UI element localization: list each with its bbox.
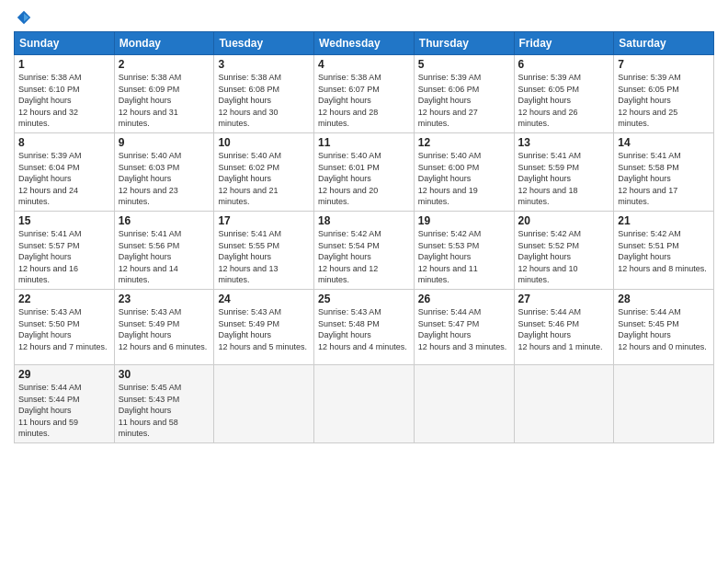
calendar-week-row: 29Sunrise: 5:44 AMSunset: 5:44 PMDayligh… [15,364,714,442]
calendar-cell: 17Sunrise: 5:41 AMSunset: 5:55 PMDayligh… [214,211,314,289]
cell-info: Sunrise: 5:43 AMSunset: 5:50 PMDaylight … [18,306,110,352]
calendar-cell: 26Sunrise: 5:44 AMSunset: 5:47 PMDayligh… [414,289,514,364]
day-number: 7 [618,58,710,71]
day-number: 17 [218,214,310,227]
day-number: 30 [119,368,210,381]
calendar-cell: 12Sunrise: 5:40 AMSunset: 6:00 PMDayligh… [414,132,514,211]
calendar-week-row: 22Sunrise: 5:43 AMSunset: 5:50 PMDayligh… [15,289,714,364]
calendar-cell: 10Sunrise: 5:40 AMSunset: 6:02 PMDayligh… [214,132,314,211]
logo [14,9,32,26]
day-number: 16 [119,214,210,227]
day-number: 12 [418,136,510,149]
cell-info: Sunrise: 5:40 AMSunset: 6:00 PMDaylight … [418,150,510,208]
cell-info: Sunrise: 5:41 AMSunset: 5:58 PMDaylight … [618,150,710,208]
header-wednesday: Wednesday [314,32,415,55]
day-number: 1 [18,58,110,71]
header-sunday: Sunday [15,32,115,55]
calendar-cell: 23Sunrise: 5:43 AMSunset: 5:49 PMDayligh… [114,289,214,364]
cell-info: Sunrise: 5:40 AMSunset: 6:03 PMDaylight … [119,150,210,208]
day-number: 9 [119,136,210,149]
cell-info: Sunrise: 5:41 AMSunset: 5:55 PMDaylight … [218,228,310,286]
header-tuesday: Tuesday [214,32,314,55]
calendar-cell [514,364,614,442]
calendar-cell: 4Sunrise: 5:38 AMSunset: 6:07 PMDaylight… [314,55,415,133]
calendar-week-row: 1Sunrise: 5:38 AMSunset: 6:10 PMDaylight… [15,55,714,133]
cell-info: Sunrise: 5:44 AMSunset: 5:45 PMDaylight … [618,306,710,352]
calendar-cell: 13Sunrise: 5:41 AMSunset: 5:59 PMDayligh… [514,132,614,211]
day-number: 10 [218,136,310,149]
calendar-cell: 6Sunrise: 5:39 AMSunset: 6:05 PMDaylight… [514,55,614,133]
day-number: 23 [119,293,210,305]
cell-info: Sunrise: 5:38 AMSunset: 6:07 PMDaylight … [318,72,410,130]
day-number: 25 [318,293,410,305]
cell-info: Sunrise: 5:42 AMSunset: 5:52 PMDaylight … [518,228,610,286]
calendar-cell: 15Sunrise: 5:41 AMSunset: 5:57 PMDayligh… [15,211,115,289]
day-number: 5 [418,58,510,71]
calendar-cell: 29Sunrise: 5:44 AMSunset: 5:44 PMDayligh… [15,364,115,442]
cell-info: Sunrise: 5:41 AMSunset: 5:56 PMDaylight … [119,228,210,286]
day-number: 21 [618,214,710,227]
header-thursday: Thursday [414,32,514,55]
cell-info: Sunrise: 5:43 AMSunset: 5:49 PMDaylight … [218,306,310,352]
calendar-week-row: 15Sunrise: 5:41 AMSunset: 5:57 PMDayligh… [15,211,714,289]
cell-info: Sunrise: 5:39 AMSunset: 6:04 PMDaylight … [18,150,110,208]
calendar-cell: 8Sunrise: 5:39 AMSunset: 6:04 PMDaylight… [15,132,115,211]
cell-info: Sunrise: 5:43 AMSunset: 5:49 PMDaylight … [119,306,210,352]
page-header [14,9,714,26]
cell-info: Sunrise: 5:42 AMSunset: 5:54 PMDaylight … [318,228,410,286]
day-number: 22 [18,293,110,305]
day-number: 2 [119,58,210,71]
calendar-cell: 9Sunrise: 5:40 AMSunset: 6:03 PMDaylight… [114,132,214,211]
cell-info: Sunrise: 5:40 AMSunset: 6:02 PMDaylight … [218,150,310,208]
calendar-cell: 21Sunrise: 5:42 AMSunset: 5:51 PMDayligh… [614,211,714,289]
cell-info: Sunrise: 5:38 AMSunset: 6:08 PMDaylight … [218,72,310,130]
cell-info: Sunrise: 5:39 AMSunset: 6:05 PMDaylight … [518,72,610,130]
day-number: 8 [18,136,110,149]
calendar-cell: 22Sunrise: 5:43 AMSunset: 5:50 PMDayligh… [15,289,115,364]
calendar-cell: 5Sunrise: 5:39 AMSunset: 6:06 PMDaylight… [414,55,514,133]
day-number: 14 [618,136,710,149]
cell-info: Sunrise: 5:42 AMSunset: 5:51 PMDaylight … [618,228,710,274]
calendar-table: SundayMondayTuesdayWednesdayThursdayFrid… [14,31,714,443]
header-saturday: Saturday [614,32,714,55]
cell-info: Sunrise: 5:38 AMSunset: 6:09 PMDaylight … [119,72,210,130]
calendar-cell [614,364,714,442]
cell-info: Sunrise: 5:41 AMSunset: 5:57 PMDaylight … [18,228,110,286]
cell-info: Sunrise: 5:38 AMSunset: 6:10 PMDaylight … [18,72,110,130]
calendar-cell: 30Sunrise: 5:45 AMSunset: 5:43 PMDayligh… [114,364,214,442]
calendar-cell: 18Sunrise: 5:42 AMSunset: 5:54 PMDayligh… [314,211,415,289]
calendar-cell [214,364,314,442]
day-number: 20 [518,214,610,227]
calendar-cell [414,364,514,442]
calendar-week-row: 8Sunrise: 5:39 AMSunset: 6:04 PMDaylight… [15,132,714,211]
day-number: 6 [518,58,610,71]
day-number: 28 [618,293,710,305]
cell-info: Sunrise: 5:40 AMSunset: 6:01 PMDaylight … [318,150,410,208]
calendar-header-row: SundayMondayTuesdayWednesdayThursdayFrid… [15,32,714,55]
calendar-cell: 11Sunrise: 5:40 AMSunset: 6:01 PMDayligh… [314,132,415,211]
day-number: 4 [318,58,410,71]
calendar-cell: 19Sunrise: 5:42 AMSunset: 5:53 PMDayligh… [414,211,514,289]
calendar-cell: 3Sunrise: 5:38 AMSunset: 6:08 PMDaylight… [214,55,314,133]
header-friday: Friday [514,32,614,55]
day-number: 24 [218,293,310,305]
cell-info: Sunrise: 5:45 AMSunset: 5:43 PMDaylight … [119,382,210,440]
day-number: 18 [318,214,410,227]
calendar-cell: 2Sunrise: 5:38 AMSunset: 6:09 PMDaylight… [114,55,214,133]
calendar-cell: 1Sunrise: 5:38 AMSunset: 6:10 PMDaylight… [15,55,115,133]
cell-info: Sunrise: 5:43 AMSunset: 5:48 PMDaylight … [318,306,410,352]
day-number: 3 [218,58,310,71]
calendar-cell: 20Sunrise: 5:42 AMSunset: 5:52 PMDayligh… [514,211,614,289]
calendar-cell: 28Sunrise: 5:44 AMSunset: 5:45 PMDayligh… [614,289,714,364]
day-number: 15 [18,214,110,227]
day-number: 26 [418,293,510,305]
cell-info: Sunrise: 5:44 AMSunset: 5:47 PMDaylight … [418,306,510,352]
day-number: 11 [318,136,410,149]
cell-info: Sunrise: 5:44 AMSunset: 5:44 PMDaylight … [18,382,110,440]
day-number: 19 [418,214,510,227]
cell-info: Sunrise: 5:39 AMSunset: 6:05 PMDaylight … [618,72,710,130]
logo-icon [16,9,32,26]
calendar-cell: 14Sunrise: 5:41 AMSunset: 5:58 PMDayligh… [614,132,714,211]
cell-info: Sunrise: 5:42 AMSunset: 5:53 PMDaylight … [418,228,510,286]
calendar-cell [314,364,415,442]
